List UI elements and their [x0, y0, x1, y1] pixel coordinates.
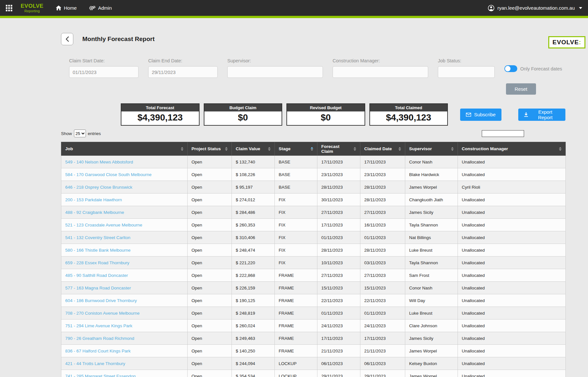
cell-forecast-claim: 27/11/2023: [317, 206, 360, 219]
table-row: 790 - 26 Greatham Road RichmondOpen$ 249…: [61, 332, 566, 345]
table-row: 708 - 270 Coniston Avenue MelbourneOpen$…: [61, 307, 566, 319]
cell-supervisor: Blake Hardwick: [405, 168, 458, 181]
job-status-input[interactable]: [438, 66, 495, 78]
job-link[interactable]: 580 - 166 Thistle Bank Melbourne: [65, 248, 130, 253]
only-forecast-toggle[interactable]: [504, 65, 517, 72]
claim-start-input[interactable]: [69, 66, 139, 78]
col-header-claimed-date[interactable]: Claimed Date: [360, 142, 405, 156]
cell-job: 790 - 26 Greatham Road Richmond: [61, 332, 188, 345]
job-link[interactable]: 836 - 67 Halford Court Kings Park: [65, 349, 131, 353]
job-link[interactable]: 604 - 186 Burnwood Drive Thornbury: [65, 298, 137, 303]
cell-job: 488 - 92 Craigbank Melbourne: [61, 206, 188, 219]
cell-supervisor: James Sicily: [405, 332, 458, 345]
user-menu[interactable]: ryan.lee@evolveautomation.com.au: [488, 5, 582, 11]
cell-construction-manager: Unallocated: [458, 206, 566, 219]
cell-claimed-date: 16/11/2023: [360, 219, 405, 231]
cell-construction-manager: Unallocated: [458, 345, 566, 357]
cell-claim-value: $ 108,226: [232, 168, 275, 181]
col-header-claim-value[interactable]: Claim Value: [232, 142, 275, 156]
cell-job: 521 - 123 Croasdale Avenue Melbourne: [61, 219, 188, 231]
job-link[interactable]: 549 - 140 Nelson Mews Abbotsford: [65, 160, 133, 164]
cell-project-status: Open: [188, 319, 232, 332]
job-link[interactable]: 708 - 270 Coniston Avenue Melbourne: [65, 311, 139, 316]
cell-project-status: Open: [188, 269, 232, 282]
job-link[interactable]: 577 - 163 Magna Road Doncaster: [65, 286, 131, 290]
subscribe-label: Subscribe: [474, 112, 496, 117]
page-title: Monthly Forecast Report: [82, 36, 155, 43]
job-link[interactable]: 421 - 44 Trotts Lane Thornbury: [65, 361, 125, 366]
supervisor-input[interactable]: [227, 66, 323, 78]
job-link[interactable]: 521 - 123 Croasdale Avenue Melbourne: [65, 223, 142, 227]
table-row: 200 - 153 Parkdale HawthornOpen$ 274,012…: [61, 194, 566, 206]
nav-home[interactable]: Home: [56, 5, 77, 11]
cell-job: 541 - 132 Coventry Street Carlton: [61, 231, 188, 244]
job-link[interactable]: 790 - 26 Greatham Road Richmond: [65, 336, 134, 341]
job-link[interactable]: 751 - 294 Lime Avenue Kings Park: [65, 323, 132, 328]
export-report-label: Export Report: [531, 109, 560, 120]
col-header-job[interactable]: Job: [61, 142, 188, 156]
cell-forecast-claim: 21/11/2023: [317, 345, 360, 357]
brand-logo[interactable]: EVOLVE Reporting: [21, 3, 44, 13]
filter-job-status: Job Status:: [438, 58, 495, 78]
col-header-project-status[interactable]: Project Status: [188, 142, 232, 156]
cell-claimed-date: 03/11/2023: [360, 257, 405, 269]
cell-construction-manager: Unallocated: [458, 370, 566, 377]
cell-supervisor: Sam Frost: [405, 269, 458, 282]
job-link[interactable]: 584 - 170 Garswood Close South Melbourne: [65, 172, 151, 177]
card-value: $4,390,123: [121, 111, 199, 125]
top-navbar: EVOLVE Reporting Home Admin ryan: [0, 0, 588, 16]
cell-claimed-date: 01/11/2023: [360, 231, 405, 244]
cell-construction-manager: Unallocated: [458, 357, 566, 370]
col-header-stage[interactable]: Stage: [275, 142, 317, 156]
subscribe-button[interactable]: Subscribe: [460, 109, 501, 121]
job-link[interactable]: 200 - 153 Parkdale Hawthorn: [65, 197, 122, 202]
cell-claimed-date: 22/11/2023: [360, 294, 405, 307]
cell-construction-manager: Unallocated: [458, 244, 566, 257]
nav-admin[interactable]: Admin: [89, 5, 112, 11]
filter-claim-start: Claim Start Date:: [69, 58, 139, 78]
cell-claim-value: $ 248,819: [232, 307, 275, 319]
job-link[interactable]: 541 - 132 Coventry Street Carlton: [65, 235, 130, 240]
user-icon: [488, 5, 494, 11]
card-title: Total Forecast: [121, 104, 199, 111]
back-button[interactable]: [61, 33, 73, 45]
export-report-button[interactable]: Export Report: [518, 109, 565, 121]
job-link[interactable]: 659 - 228 Essex Road Thornbury: [65, 260, 129, 265]
card-revised-budget: Revised Budget $0: [286, 103, 365, 126]
cell-stage: LOCKUP: [275, 370, 317, 377]
entries-label: entries: [88, 131, 101, 136]
job-link[interactable]: 741 - 285 Margaret Street Essendon: [65, 374, 136, 377]
cell-stage: FRAME: [275, 332, 317, 345]
caret-down-icon: [579, 7, 582, 9]
col-header-forecast-claim[interactable]: Forecast Claim: [317, 142, 360, 156]
cell-construction-manager: Unallocated: [458, 294, 566, 307]
cell-project-status: Open: [188, 194, 232, 206]
cell-forecast-claim: 27/11/2023: [317, 269, 360, 282]
cell-supervisor: James Worpel: [405, 370, 458, 377]
filter-claim-end: Claim End Date:: [148, 58, 218, 78]
claim-end-input[interactable]: [148, 66, 218, 78]
cell-job: 577 - 163 Magna Road Doncaster: [61, 282, 188, 294]
page-size-select[interactable]: 25: [74, 130, 86, 137]
job-link[interactable]: 488 - 92 Craigbank Melbourne: [65, 210, 124, 215]
cell-project-status: Open: [188, 206, 232, 219]
main-content: EVOLVE: Monthly Forecast Report Claim St…: [0, 33, 588, 377]
cell-stage: FRAME: [275, 345, 317, 357]
reset-button[interactable]: Reset: [506, 83, 536, 95]
cell-supervisor: Clare Johnson: [405, 319, 458, 332]
col-header-construction-manager[interactable]: Construction Manager: [458, 142, 566, 156]
cell-claim-value: $ 249,463: [232, 332, 275, 345]
job-link[interactable]: 485 - 90 Salthill Road Doncaster: [65, 273, 128, 278]
cell-job: 741 - 285 Margaret Street Essendon: [61, 370, 188, 377]
job-link[interactable]: 646 - 218 Osprey Close Brunswick: [65, 185, 132, 190]
table-row: 549 - 140 Nelson Mews AbbotsfordOpen$ 13…: [61, 156, 566, 168]
app-grid-icon[interactable]: [6, 5, 12, 11]
construction-manager-input[interactable]: [333, 66, 428, 78]
cell-project-status: Open: [188, 156, 232, 168]
cell-forecast-claim: 17/11/2023: [317, 156, 360, 168]
col-header-supervisor[interactable]: Supervisor: [405, 142, 458, 156]
table-search-input[interactable]: [482, 130, 524, 137]
nav-home-label: Home: [64, 5, 77, 11]
cell-stage: FRAME: [275, 294, 317, 307]
card-value: $0: [204, 111, 282, 125]
